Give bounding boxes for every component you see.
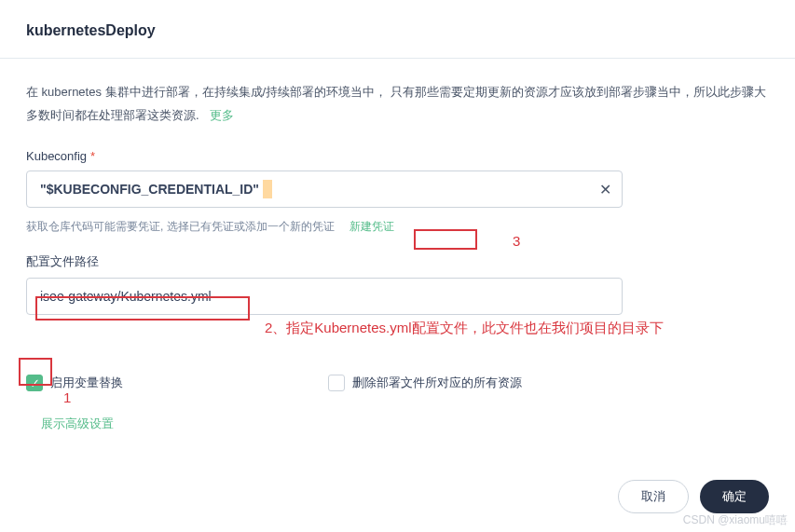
more-link[interactable]: 更多 bbox=[210, 108, 234, 122]
cursor-caret bbox=[263, 180, 272, 198]
show-advanced-link[interactable]: 展示高级设置 bbox=[41, 416, 114, 432]
enable-var-replace-checkbox[interactable]: ✓ bbox=[26, 375, 43, 391]
delete-resources-checkbox[interactable] bbox=[328, 375, 345, 391]
delete-resources-label: 删除部署文件所对应的所有资源 bbox=[352, 375, 522, 391]
check-icon: ✓ bbox=[30, 376, 40, 390]
description-text: 在 kubernetes 集群中进行部署，在持续集成/持续部署的环境当中， 只有… bbox=[26, 85, 766, 122]
required-asterisk: * bbox=[90, 149, 95, 163]
kubeconfig-label: Kubeconfig* bbox=[26, 149, 769, 163]
watermark: CSDN @xiaomu嘻嘻 bbox=[683, 512, 788, 528]
clear-icon[interactable]: ✕ bbox=[599, 181, 611, 198]
config-path-input[interactable] bbox=[26, 278, 623, 315]
enable-var-replace-label: 启用变量替换 bbox=[50, 375, 123, 391]
new-credential-link[interactable]: 新建凭证 bbox=[346, 217, 398, 237]
dialog-description: 在 kubernetes 集群中进行部署，在持续集成/持续部署的环境当中， 只有… bbox=[26, 81, 769, 127]
kubeconfig-hint: 获取仓库代码可能需要凭证, 选择已有凭证或添加一个新的凭证 bbox=[26, 219, 335, 235]
ok-button[interactable]: 确定 bbox=[700, 480, 769, 513]
config-path-label: 配置文件路径 bbox=[26, 253, 769, 270]
dialog-title: kubernetesDeploy bbox=[0, 0, 795, 59]
cancel-button[interactable]: 取消 bbox=[618, 480, 689, 513]
kubeconfig-input[interactable] bbox=[26, 171, 623, 208]
